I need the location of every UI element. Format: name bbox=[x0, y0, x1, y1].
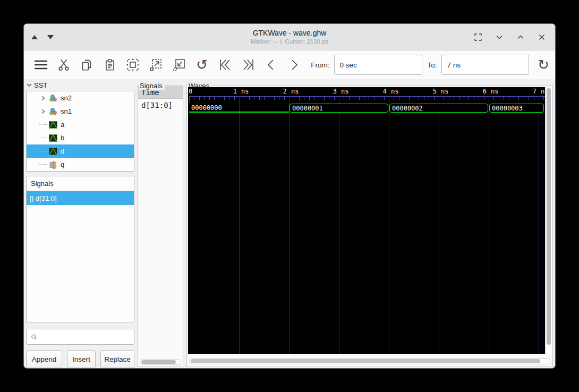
zoom-fit-icon[interactable] bbox=[121, 53, 144, 76]
grid-line bbox=[339, 96, 339, 354]
timeline-tick bbox=[493, 97, 494, 100]
reload-icon[interactable]: ↻ bbox=[532, 53, 555, 76]
timeline-tick bbox=[334, 97, 335, 100]
wave-signal-name[interactable]: d[31:0] bbox=[138, 99, 183, 112]
from-input[interactable] bbox=[334, 55, 422, 75]
timeline-tick bbox=[518, 97, 519, 100]
step-back-icon[interactable] bbox=[260, 53, 283, 76]
menu-icon[interactable] bbox=[29, 53, 52, 76]
timeline-tick bbox=[199, 97, 200, 100]
timeline-label: ns bbox=[541, 88, 545, 95]
waves-horizontal-scrollbar[interactable] bbox=[189, 358, 550, 364]
step-forward-icon[interactable] bbox=[283, 53, 305, 76]
paste-icon[interactable] bbox=[98, 53, 121, 76]
zoom-in-icon[interactable] bbox=[144, 53, 167, 76]
sst-header-label: SST bbox=[34, 81, 47, 89]
timeline-tick bbox=[299, 97, 300, 100]
close-icon[interactable] bbox=[537, 32, 547, 42]
timeline-tick bbox=[504, 97, 504, 100]
wave-segment-value: 00000002 bbox=[392, 105, 423, 112]
timeline-label: 0 bbox=[189, 88, 192, 95]
timeline-tick bbox=[204, 97, 205, 100]
timeline-tick bbox=[374, 97, 374, 100]
tree-item-d[interactable]: d bbox=[27, 144, 134, 158]
timeline-tick bbox=[269, 97, 269, 100]
timeline-tick bbox=[509, 97, 509, 100]
tree-item-a[interactable]: a bbox=[27, 118, 134, 131]
timeline-tick bbox=[464, 97, 464, 100]
timeline-tick bbox=[224, 97, 225, 100]
signals-list-item[interactable]: [] d[31:0] bbox=[27, 191, 134, 205]
shade-down-icon[interactable] bbox=[47, 35, 54, 39]
search-input[interactable] bbox=[40, 329, 134, 344]
timeline-tick bbox=[424, 97, 424, 100]
timeline-tick bbox=[364, 97, 364, 100]
timeline-tick bbox=[294, 97, 294, 100]
timeline-tick bbox=[534, 97, 534, 100]
selected-signals-panel: Signals [] d[31:0] bbox=[26, 176, 134, 322]
append-button[interactable]: Append bbox=[26, 350, 62, 368]
marker-status: Marker: -- bbox=[251, 38, 277, 45]
timeline-tick bbox=[274, 97, 275, 100]
copy-icon[interactable] bbox=[75, 53, 98, 76]
wave-segment: 00000003 bbox=[489, 104, 544, 113]
tree-item-q[interactable]: q bbox=[27, 158, 134, 171]
fullscreen-icon[interactable] bbox=[473, 32, 483, 42]
expander-icon[interactable] bbox=[39, 96, 47, 101]
sst-header[interactable]: SST bbox=[26, 80, 134, 90]
from-label: From: bbox=[311, 61, 329, 69]
titlebar[interactable]: GTKWave - wave.ghw Marker: --|Cursor: 21… bbox=[24, 24, 555, 50]
timeline-tick bbox=[484, 97, 484, 100]
timeline-tick bbox=[449, 97, 449, 100]
shade-up-icon[interactable] bbox=[31, 35, 38, 39]
timeline-label: ns bbox=[491, 88, 498, 95]
minimize-icon[interactable] bbox=[495, 32, 504, 42]
to-label: To: bbox=[428, 61, 437, 69]
timeline-tick bbox=[409, 97, 410, 100]
timeline-tick bbox=[474, 97, 474, 100]
skip-to-start-icon[interactable] bbox=[214, 53, 236, 76]
undo-icon[interactable]: ↺ bbox=[191, 53, 214, 76]
zoom-out-icon[interactable] bbox=[167, 53, 190, 76]
signal-search[interactable] bbox=[26, 329, 134, 345]
sst-tree: sn2 sn1 bbox=[26, 91, 134, 172]
timeline-tick bbox=[399, 97, 399, 100]
insert-button[interactable]: Insert bbox=[67, 350, 96, 368]
wave-signals-frame-label: Signals bbox=[139, 81, 165, 90]
expander-icon[interactable] bbox=[39, 109, 47, 114]
signals-horizontal-scrollbar[interactable] bbox=[140, 359, 181, 365]
timeline-tick bbox=[429, 97, 429, 100]
module-icon bbox=[49, 94, 58, 103]
scrollbar-thumb[interactable] bbox=[547, 88, 551, 345]
waves-vertical-scrollbar[interactable] bbox=[545, 87, 552, 354]
tree-item-label: sn1 bbox=[61, 107, 72, 115]
cut-icon[interactable] bbox=[52, 53, 75, 76]
scrollbar-thumb[interactable] bbox=[191, 359, 540, 363]
timeline-ruler bbox=[189, 96, 545, 97]
tree-item-label: a bbox=[61, 121, 64, 129]
wave-area[interactable]: 01ns2ns3ns4ns5ns6ns7ns000000000000000100… bbox=[188, 87, 545, 354]
scrollbar-thumb[interactable] bbox=[141, 360, 176, 364]
maximize-icon[interactable] bbox=[516, 32, 525, 42]
skip-to-end-icon[interactable] bbox=[236, 53, 259, 76]
replace-button[interactable]: Replace bbox=[100, 350, 134, 368]
tree-item-label: b bbox=[61, 134, 64, 142]
tree-item-sn1[interactable]: sn1 bbox=[27, 105, 134, 118]
timeline-label: 1 bbox=[215, 88, 237, 95]
timeline-label: ns bbox=[241, 88, 249, 95]
tree-connector bbox=[39, 151, 47, 151]
tree-item-label: q bbox=[61, 160, 64, 168]
timeline-tick bbox=[249, 97, 250, 100]
timeline-label: 7 bbox=[514, 88, 537, 95]
timeline-tick bbox=[244, 97, 244, 100]
tree-connector bbox=[39, 164, 47, 165]
tree-item-sn2[interactable]: sn2 bbox=[27, 91, 134, 105]
timeline-tick bbox=[349, 97, 350, 100]
signal-icon bbox=[49, 121, 58, 129]
desktop-background: GTKWave - wave.ghw Marker: --|Cursor: 21… bbox=[0, 0, 579, 392]
timeline-tick bbox=[459, 97, 459, 100]
module-icon bbox=[49, 107, 58, 116]
wave-signals-frame: Signals Time d[31:0] bbox=[138, 86, 183, 367]
to-input[interactable] bbox=[441, 55, 529, 75]
tree-item-b[interactable]: b bbox=[27, 131, 134, 144]
